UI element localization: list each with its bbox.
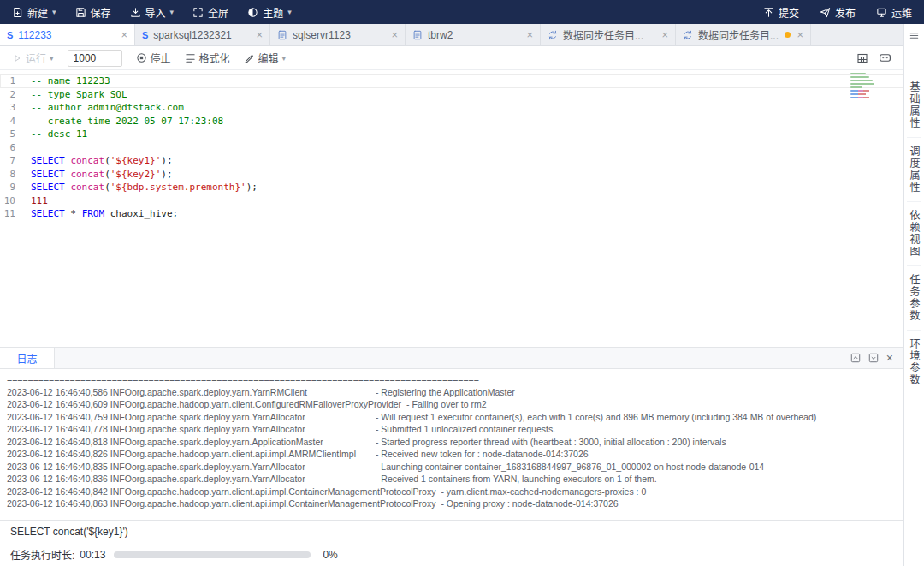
topbar-save-button[interactable]: 保存	[75, 5, 111, 20]
tab-close-icon[interactable]: ×	[256, 29, 263, 40]
line-number: 4	[0, 115, 27, 128]
panel-tab-task-params[interactable]: 任务参数	[907, 266, 921, 331]
tab-close-icon[interactable]: ×	[797, 29, 803, 40]
line-number: 8	[0, 168, 27, 182]
editor-tab-3[interactable]: tbrw2×	[406, 24, 541, 45]
log-timestamp: 2023-06-12 16:46:40,586 INFO	[7, 386, 132, 399]
topbar-submit-button[interactable]: 提交	[763, 5, 799, 20]
code-token: (	[104, 182, 110, 193]
table-view-icon[interactable]	[856, 52, 868, 64]
log-message: - Received 1 containers from YARN, launc…	[376, 473, 657, 486]
code-text: 111	[31, 194, 48, 208]
topbar-import-label: 导入	[145, 5, 166, 20]
tab-close-icon[interactable]: ×	[391, 29, 398, 40]
code-token: );	[161, 155, 172, 166]
log-line: 2023-06-12 16:46:40,842 INFOorg.apache.h…	[7, 486, 897, 498]
tab-log[interactable]: 日志	[0, 348, 55, 368]
topbar-import-button[interactable]: 导入▾	[130, 5, 175, 20]
code-editor[interactable]: 1-- name 1122332-- type Spark SQL3-- aut…	[0, 70, 903, 347]
code-line[interactable]: 6	[0, 141, 903, 155]
code-line[interactable]: 7SELECT concat('${key1}');	[0, 154, 903, 168]
variables-icon[interactable]	[879, 51, 891, 64]
log-timestamp: 2023-06-12 16:46:40,609 INFO	[7, 398, 132, 411]
editor-tab-4[interactable]: 数据同步任务目...×	[541, 24, 676, 45]
editor-toolbar-right	[856, 51, 891, 64]
code-token: (	[104, 169, 110, 180]
new-icon	[12, 7, 23, 18]
code-line[interactable]: 8SELECT concat('${key2}');	[0, 168, 903, 182]
editor-tab-1[interactable]: Ssparksql1232321×	[135, 24, 270, 45]
editor-tab-0[interactable]: S112233×	[0, 24, 135, 45]
code-line[interactable]: 9SELECT concat('${bdp.system.premonth}')…	[0, 181, 903, 194]
panel-tab-schedule-props[interactable]: 调度属性	[907, 138, 921, 202]
code-area: 1-- name 1122332-- type Spark SQL3-- aut…	[0, 70, 903, 221]
line-number: 7	[0, 154, 27, 168]
editor-tab-2[interactable]: sqlservr1123×	[270, 24, 406, 45]
panel-tab-dependency-view[interactable]: 依赖视图	[907, 202, 921, 266]
code-token: SELECT	[31, 169, 65, 180]
code-line[interactable]: 1-- name 112233	[0, 74, 903, 88]
edit-icon	[244, 52, 255, 63]
code-line[interactable]: 3-- author admin@dtstack.com	[0, 101, 903, 115]
editor-tab-5[interactable]: 数据同步任务目...×	[676, 24, 811, 45]
close-log-icon[interactable]: ×	[886, 352, 893, 364]
code-token: chaoxi_hive;	[104, 208, 178, 219]
topbar-publish-button[interactable]: 发布	[820, 5, 856, 20]
log-message: - Started progress reporter thread with …	[376, 436, 726, 449]
log-timestamp: 2023-06-12 16:46:40,818 INFO	[7, 436, 132, 449]
log-message: - Launching container container_16831688…	[376, 461, 764, 474]
log-timestamp: 2023-06-12 16:46:40,826 INFO	[7, 448, 132, 461]
edit-label: 编辑	[258, 51, 279, 65]
panel-tab-basic-props[interactable]: 基础属性	[907, 74, 921, 138]
log-timestamp: 2023-06-12 16:46:40,835 INFO	[7, 461, 132, 474]
tab-close-icon[interactable]: ×	[526, 29, 533, 40]
progress-bar	[114, 551, 311, 558]
tab-label: 数据同步任务目...	[698, 27, 779, 42]
run-button[interactable]: 运行 ▾	[12, 51, 54, 65]
top-toolbar: 新建▾保存导入▾全屏主题▾ 提交发布运维	[0, 0, 924, 24]
right-panel-tabs: 基础属性调度属性依赖视图任务参数环境参数	[907, 74, 921, 394]
topbar-new-button[interactable]: 新建▾	[12, 5, 56, 20]
code-line[interactable]: 2-- type Spark SQL	[0, 88, 903, 102]
progress-percent: 0%	[323, 549, 337, 561]
code-line[interactable]: 10111	[0, 194, 903, 208]
result-bar: SELECT concat('${key1}')	[0, 520, 903, 543]
topbar-ops-button[interactable]: 运维	[876, 5, 912, 20]
log-line: 2023-06-12 16:46:40,759 INFOorg.apache.s…	[7, 411, 897, 424]
format-icon	[185, 52, 196, 63]
file-icon	[277, 30, 287, 40]
format-button[interactable]: 格式化	[185, 51, 230, 65]
code-line[interactable]: 5-- desc 11	[0, 128, 903, 141]
publish-icon	[820, 7, 831, 18]
code-text: SELECT concat('${key2}');	[31, 168, 173, 182]
edit-button[interactable]: 编辑 ▾	[244, 51, 287, 65]
spark-sql-icon: S	[142, 30, 148, 40]
topbar-fullscreen-button[interactable]: 全屏	[192, 5, 228, 20]
tab-close-icon[interactable]: ×	[661, 29, 668, 40]
file-icon	[412, 30, 423, 40]
topbar-publish-label: 发布	[835, 5, 856, 20]
rows-limit-input[interactable]	[68, 50, 122, 67]
app-window: 新建▾保存导入▾全屏主题▾ 提交发布运维 S112233×Ssparksql12…	[0, 0, 924, 566]
code-line[interactable]: 11SELECT * FROM chaoxi_hive;	[0, 207, 903, 221]
code-token: -- create time 2022-05-07 17:23:08	[31, 116, 223, 127]
tab-list-menu-icon[interactable]	[909, 30, 920, 41]
stop-button[interactable]: 停止	[136, 51, 171, 65]
run-icon	[12, 53, 22, 63]
spark-sql-icon: S	[7, 30, 13, 40]
log-timestamp: 2023-06-12 16:46:40,759 INFO	[7, 411, 132, 424]
expand-panel-up-icon[interactable]	[850, 353, 861, 363]
log-message: - Failing over to rm2	[406, 398, 486, 411]
topbar-theme-button[interactable]: 主题▾	[247, 5, 292, 20]
line-number: 6	[0, 141, 27, 155]
panel-tab-env-params[interactable]: 环境参数	[907, 331, 921, 394]
code-token: SELECT	[31, 155, 65, 166]
collapse-panel-down-icon[interactable]	[868, 353, 879, 363]
code-text: -- desc 11	[31, 128, 87, 141]
code-line[interactable]: 4-- create time 2022-05-07 17:23:08	[0, 115, 903, 128]
minimap	[850, 73, 876, 100]
tab-close-icon[interactable]: ×	[121, 29, 127, 40]
log-line: ========================================…	[7, 373, 897, 386]
line-number: 1	[0, 74, 27, 88]
running-sql-text: SELECT concat('${key1}')	[10, 526, 128, 538]
